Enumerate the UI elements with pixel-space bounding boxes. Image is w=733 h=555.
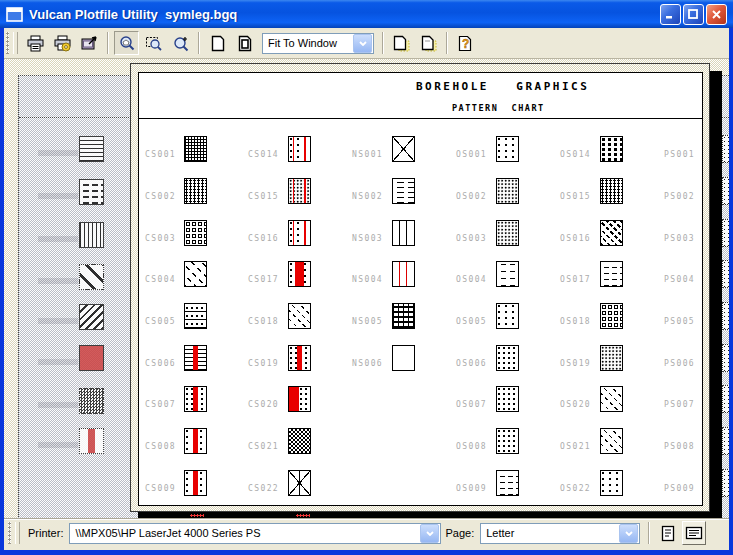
blank-page-icon — [210, 35, 226, 52]
clipped-swatch-fragment — [722, 260, 729, 288]
pattern-code-label: NS003 — [352, 234, 383, 243]
pattern-code-label: OS022 — [560, 484, 591, 493]
preview-page: BOREHOLE GRAPHICS PATTERN CHART CS001CS0… — [138, 72, 703, 506]
toolbar-grip[interactable] — [6, 32, 10, 54]
pattern-swatch-cs014 — [288, 136, 311, 162]
landscape-page-icon — [685, 526, 703, 540]
page-size-combobox[interactable]: Letter — [480, 523, 640, 544]
document-subtitle: PATTERN CHART — [452, 103, 545, 113]
print-button[interactable] — [23, 31, 48, 55]
page-border-button[interactable] — [232, 31, 257, 55]
dimmed-swatch-dots — [79, 388, 104, 414]
pattern-swatch-cs002 — [184, 178, 207, 204]
zoom-mode-value: Fit To Window — [263, 37, 352, 49]
dimmed-pattern-label — [38, 402, 78, 408]
dimmed-swatch-vlines — [79, 222, 104, 248]
pattern-code-label: CS004 — [145, 275, 176, 284]
dimmed-swatch-hatch — [79, 264, 104, 290]
printer-icon — [26, 35, 45, 52]
dimmed-pattern-label — [38, 193, 78, 199]
clipped-swatch-fragment — [722, 219, 729, 247]
chevron-down-icon — [359, 41, 367, 46]
dimmed-swatch-redbar — [79, 428, 104, 454]
pattern-swatch-cs021 — [288, 428, 311, 454]
clipped-swatch-fragment — [722, 302, 729, 330]
printer-label: Printer: — [28, 527, 63, 539]
export-plot-button[interactable] — [77, 31, 102, 55]
dimmed-pattern-label — [38, 236, 78, 242]
page-copy-button[interactable] — [416, 31, 441, 55]
zoom-mode-combobox[interactable]: Fit To Window — [262, 33, 374, 54]
pattern-swatch-os007 — [496, 386, 519, 412]
main-toolbar: Fit To Window ? — [0, 28, 733, 59]
app-window-icon — [6, 7, 23, 22]
dimmed-pattern-label — [38, 150, 78, 156]
printer-dropdown-button[interactable] — [420, 524, 439, 543]
pattern-swatch-os005 — [496, 303, 519, 329]
clipped-swatch-fragment — [722, 344, 729, 372]
pattern-code-label: PS002 — [664, 192, 695, 201]
pattern-code-label: PS003 — [664, 234, 695, 243]
pattern-code-label: CS015 — [248, 192, 279, 201]
zoom-in-out-icon — [172, 35, 190, 52]
dimmed-swatch-red — [79, 345, 104, 371]
chevron-down-icon — [625, 531, 633, 536]
window-title: Vulcan Plotfile Utility symleg.bgq — [29, 7, 660, 22]
pattern-code-label: OS005 — [456, 317, 487, 326]
minimize-button[interactable] — [660, 4, 681, 25]
pattern-swatch-cs008 — [184, 428, 207, 454]
printer-combobox[interactable]: \\MPX05\HP LaserJet 4000 Series PS — [69, 523, 441, 544]
pan-hand-magnifier-icon — [118, 35, 136, 52]
pattern-code-label: OS021 — [560, 442, 591, 451]
blank-page-button[interactable] — [205, 31, 230, 55]
pattern-code-label: OS014 — [560, 150, 591, 159]
maximize-button[interactable] — [683, 4, 704, 25]
pattern-swatch-cs005 — [184, 303, 207, 329]
page-copy-icon — [420, 35, 437, 52]
pattern-swatch-os017 — [600, 261, 623, 287]
status-toolbar: Printer: \\MPX05\HP LaserJet 4000 Series… — [0, 519, 733, 546]
portrait-page-icon — [661, 525, 675, 542]
page-size-dropdown-button[interactable] — [619, 524, 638, 543]
pan-zoom-tool-button[interactable] — [114, 31, 139, 55]
pattern-code-label: CS009 — [145, 484, 176, 493]
zoom-window-button[interactable] — [141, 31, 166, 55]
pattern-swatch-cs007 — [184, 386, 207, 412]
toolbar-separator — [198, 32, 200, 54]
toolbar-grip-bar[interactable] — [13, 32, 18, 54]
pattern-swatch-cs003 — [184, 220, 207, 246]
printer-setup-icon — [53, 35, 72, 52]
pattern-swatch-os019 — [600, 345, 623, 371]
toolbar-separator — [446, 32, 448, 54]
pattern-code-label: NS002 — [352, 192, 383, 201]
statusbar-grip[interactable] — [8, 522, 12, 544]
statusbar-grip-bar[interactable] — [15, 522, 20, 544]
print-setup-button[interactable] — [50, 31, 75, 55]
pattern-code-label: PS001 — [664, 150, 695, 159]
pattern-swatch-ns006 — [392, 345, 415, 371]
help-button[interactable]: ? — [453, 31, 478, 55]
portrait-orientation-button[interactable] — [656, 521, 680, 545]
zoom-mode-dropdown-button[interactable] — [353, 34, 372, 53]
pattern-code-label: OS004 — [456, 275, 487, 284]
close-button[interactable] — [706, 4, 727, 25]
pattern-code-label: PS004 — [664, 275, 695, 284]
pattern-swatch-ns003 — [392, 220, 415, 246]
titlebar[interactable]: Vulcan Plotfile Utility symleg.bgq — [0, 0, 733, 28]
chevron-down-icon — [426, 531, 434, 536]
page-new-button[interactable] — [389, 31, 414, 55]
pattern-swatch-ns001 — [392, 136, 415, 162]
pattern-code-label: CS022 — [248, 484, 279, 493]
pattern-swatch-os003 — [496, 220, 519, 246]
landscape-orientation-button[interactable] — [682, 521, 706, 545]
pattern-swatch-os020 — [600, 386, 623, 412]
zoom-in-out-button[interactable] — [168, 31, 193, 55]
pattern-code-label: CS005 — [145, 317, 176, 326]
pattern-code-label: OS006 — [456, 359, 487, 368]
pattern-code-label: CS018 — [248, 317, 279, 326]
pattern-swatch-ns005 — [392, 303, 415, 329]
preview-page-shadow-bottom — [138, 512, 722, 519]
pattern-swatch-cs018 — [288, 303, 311, 329]
document-title: BOREHOLE GRAPHICS — [416, 80, 589, 93]
pattern-code-label: PS007 — [664, 400, 695, 409]
